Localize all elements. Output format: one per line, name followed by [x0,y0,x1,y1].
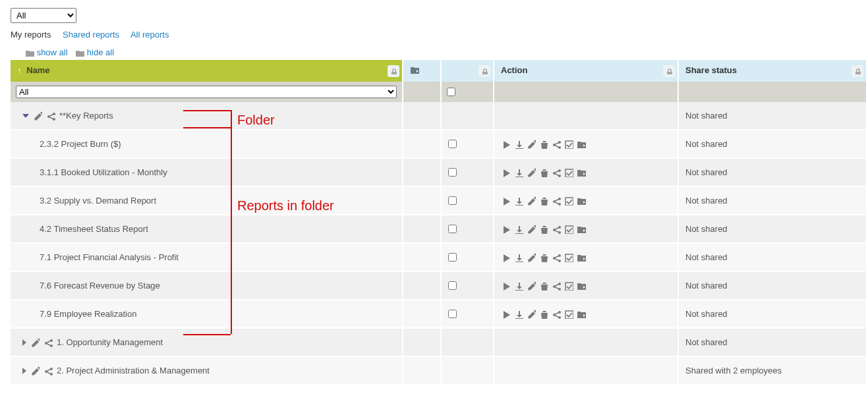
report-name[interactable]: 7.6 Forecast Revenue by Stage [40,281,160,290]
folder-icon [25,49,34,57]
delete-icon[interactable] [538,309,549,319]
download-icon[interactable] [513,224,524,235]
move-folder-icon[interactable] [576,139,587,150]
row-checkbox[interactable] [448,140,457,148]
tab-shared-reports[interactable]: Shared reports [63,30,119,40]
share-status: Not shared [685,111,728,121]
share-status: Not shared [685,224,728,234]
run-icon[interactable] [501,224,511,235]
expand-icon[interactable] [22,339,26,346]
report-name[interactable]: 3.1.1 Booked Utilization - Monthly [40,167,167,177]
tab-my-reports[interactable]: My reports [11,30,51,40]
edit-icon[interactable] [526,139,536,150]
share-icon[interactable] [551,139,562,150]
edit-icon[interactable] [526,224,536,235]
move-folder-icon[interactable] [576,196,587,206]
row-checkbox[interactable] [448,225,457,233]
share-status: Not shared [685,139,728,149]
tab-all-reports[interactable]: All reports [130,30,169,40]
edit-icon[interactable] [526,167,536,178]
share-icon[interactable] [551,224,562,235]
edit-icon[interactable] [526,252,536,263]
name-filter-select[interactable]: All [16,86,397,98]
delete-icon[interactable] [538,139,549,150]
column-header-action-label: Action [501,65,527,75]
folder-name[interactable]: 2. Project Administration & Management [57,366,210,375]
share-icon[interactable] [551,196,562,206]
report-name[interactable]: 3.2 Supply vs. Demand Report [40,196,156,206]
pencil-icon[interactable] [30,366,40,375]
folder-icon [75,49,84,57]
folder-move-icon [410,65,419,74]
select-icon[interactable] [564,196,574,206]
run-icon[interactable] [501,139,511,150]
select-icon[interactable] [564,281,574,291]
download-icon[interactable] [513,309,524,319]
edit-icon[interactable] [526,309,536,319]
download-icon[interactable] [513,281,524,291]
report-name[interactable]: 4.2 Timesheet Status Report [40,224,148,234]
row-checkbox[interactable] [448,281,457,290]
download-icon[interactable] [513,139,524,150]
column-header-action[interactable]: Action [494,60,679,82]
share-icon[interactable] [43,338,53,347]
share-icon[interactable] [43,366,53,375]
row-checkbox[interactable] [448,253,457,262]
move-folder-icon[interactable] [576,224,587,235]
delete-icon[interactable] [538,224,549,235]
folder-name[interactable]: 1. Opportunity Management [57,337,163,347]
share-status: Not shared [685,281,728,290]
share-icon[interactable] [46,111,55,121]
move-folder-icon[interactable] [576,252,587,263]
select-icon[interactable] [564,252,574,263]
move-folder-icon[interactable] [576,167,587,178]
run-icon[interactable] [501,309,511,319]
delete-icon[interactable] [538,167,549,178]
run-icon[interactable] [501,196,511,206]
column-header-name[interactable]: ↑ Name [11,60,403,82]
hide-all-link[interactable]: hide all [87,47,114,57]
delete-icon[interactable] [538,252,549,263]
select-icon[interactable] [564,309,574,319]
report-name[interactable]: 7.9 Employee Realization [40,309,136,319]
column-header-folder[interactable] [403,60,442,82]
share-icon[interactable] [551,281,562,291]
top-filter-select[interactable]: All [11,8,76,23]
collapse-icon[interactable] [22,114,29,118]
run-icon[interactable] [501,167,511,178]
move-folder-icon[interactable] [576,309,587,319]
show-all-link[interactable]: show all [37,47,68,57]
download-icon[interactable] [513,167,524,178]
run-icon[interactable] [501,252,511,263]
delete-icon[interactable] [538,281,549,291]
pencil-icon[interactable] [30,338,40,347]
share-icon[interactable] [551,252,562,263]
expand-icon[interactable] [22,368,26,374]
edit-icon[interactable] [526,196,536,206]
move-folder-icon[interactable] [576,281,587,291]
download-icon[interactable] [513,252,524,263]
folder-name[interactable]: **Key Reports [59,111,113,121]
report-name[interactable]: 2.3.2 Project Burn ($) [40,139,121,149]
select-icon[interactable] [564,224,574,235]
row-checkbox[interactable] [448,168,457,177]
share-status: Not shared [685,252,728,262]
column-header-share[interactable]: Share status [679,60,867,82]
share-status: Shared with 2 employees [685,366,782,375]
select-icon[interactable] [564,167,574,178]
report-name[interactable]: 7.1 Project Financial Analysis - Profit [40,252,179,262]
select-icon[interactable] [564,139,574,150]
row-checkbox[interactable] [448,196,457,205]
edit-icon[interactable] [526,281,536,291]
delete-icon[interactable] [538,196,549,206]
lock-icon [478,65,490,77]
download-icon[interactable] [513,196,524,206]
run-icon[interactable] [501,281,511,291]
row-checkbox[interactable] [448,310,457,318]
column-header-checkbox[interactable] [442,60,494,82]
share-icon[interactable] [551,309,562,319]
share-icon[interactable] [551,167,562,178]
pencil-icon[interactable] [33,111,42,121]
select-all-checkbox[interactable] [447,88,455,96]
lock-icon [852,65,863,77]
